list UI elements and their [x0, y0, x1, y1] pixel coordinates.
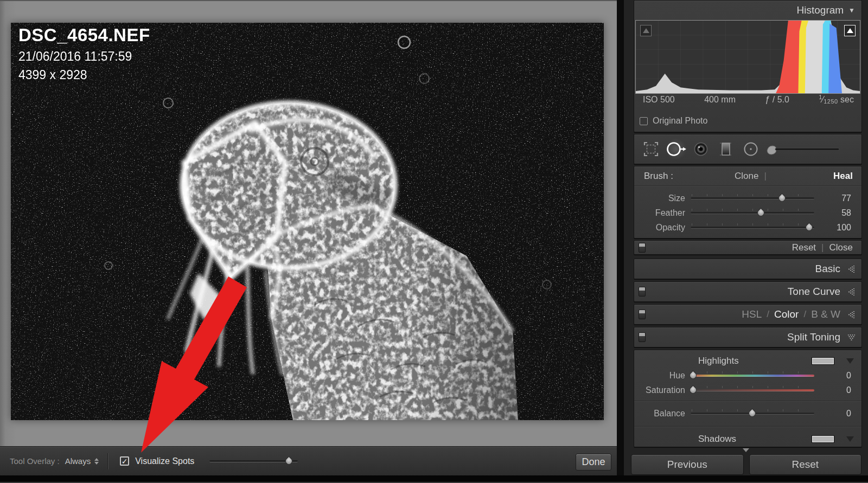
divider — [634, 401, 861, 401]
visualize-spots-label: Visualize Spots — [135, 456, 194, 466]
original-photo-row: Original Photo — [634, 112, 861, 130]
highlights-triangle-icon[interactable] — [846, 358, 854, 364]
feather-slider-row: Feather 58 — [634, 205, 861, 220]
hsl-panel-header[interactable]: HSL / Color / B & W — [634, 304, 862, 325]
balance-slider-thumb[interactable] — [747, 408, 757, 418]
feather-slider-thumb[interactable] — [756, 208, 765, 217]
shadows-color-swatch[interactable] — [812, 435, 834, 443]
reset-tool-button[interactable]: Reset — [792, 242, 816, 253]
opacity-slider[interactable] — [691, 227, 814, 229]
hue-label: Hue — [634, 371, 691, 381]
radial-filter-tool-icon[interactable] — [738, 137, 763, 161]
panel-divider[interactable] — [617, 0, 624, 483]
basic-panel-header[interactable]: Basic — [634, 259, 862, 279]
disclosure-down-icon[interactable] — [848, 334, 855, 341]
main-canvas-area: DSC_4654.NEF 21/06/2016 11:57:59 4399 x … — [0, 0, 617, 483]
color-tab[interactable]: Color — [774, 308, 799, 320]
tool-overlay-dropdown[interactable]: Always — [65, 456, 91, 466]
panel-collapse-handle[interactable] — [624, 448, 868, 452]
original-photo-checkbox[interactable] — [640, 117, 648, 125]
split-toning-enable-switch[interactable] — [639, 332, 646, 342]
split-toning-panel: Highlights Hue 0 Saturation 0 Balance 0 — [634, 350, 862, 447]
shadows-label: Shadows — [698, 434, 736, 445]
opacity-slider-thumb[interactable] — [804, 222, 814, 232]
feather-value: 58 — [814, 208, 861, 218]
size-label: Size — [634, 194, 691, 203]
highlights-color-swatch[interactable] — [812, 357, 834, 365]
hue-slider[interactable] — [691, 375, 814, 377]
photo-canvas[interactable]: DSC_4654.NEF 21/06/2016 11:57:59 4399 x … — [11, 23, 604, 420]
tool-footer: Reset | Close — [634, 240, 862, 255]
histogram-title: Histogram — [797, 4, 844, 16]
spot-tool-toolbar: Tool Overlay : Always ✓ Visualize Spots … — [0, 446, 617, 475]
disclosure-left-icon[interactable] — [848, 266, 855, 273]
hsl-enable-switch[interactable] — [639, 310, 646, 319]
disclosure-left-icon[interactable] — [848, 311, 855, 318]
divider — [634, 426, 861, 427]
hue-value: 0 — [814, 371, 861, 381]
crop-overlay-tool-icon[interactable] — [639, 137, 663, 161]
slider-thumb[interactable] — [284, 456, 293, 466]
done-button[interactable]: Done — [576, 454, 611, 471]
checkmark-icon: ✓ — [122, 458, 128, 465]
size-slider-row: Size 77 — [634, 191, 861, 205]
saturation-label: Saturation — [634, 385, 691, 395]
visualize-spots-threshold-slider[interactable] — [209, 460, 298, 462]
shutter-value: 1⁄1250 sec — [819, 94, 854, 105]
size-slider[interactable] — [691, 197, 814, 199]
size-value: 77 — [814, 194, 861, 203]
adjustment-brush-tool-icon[interactable] — [763, 137, 845, 161]
saturation-slider[interactable] — [691, 389, 814, 391]
opacity-label: Opacity — [634, 223, 691, 233]
tone-curve-enable-switch[interactable] — [639, 287, 646, 297]
visualize-spots-checkbox[interactable]: ✓ — [120, 456, 129, 466]
basic-title: Basic — [815, 263, 840, 275]
clone-mode-button[interactable]: Clone — [735, 171, 758, 182]
bw-tab[interactable]: B & W — [811, 308, 840, 320]
highlight-clip-triangle-icon — [847, 28, 853, 33]
tool-overlay-label: Tool Overlay : — [10, 456, 60, 466]
balance-slider[interactable] — [691, 413, 814, 415]
highlights-row: Highlights — [634, 354, 861, 368]
hue-slider-row: Hue 0 — [634, 368, 861, 383]
balance-slider-row: Balance 0 — [634, 404, 861, 423]
histogram-chart[interactable] — [635, 20, 860, 94]
photo-dimensions: 4399 x 2928 — [18, 68, 150, 82]
hsl-tab[interactable]: HSL — [742, 308, 762, 320]
histogram-section: Histogram ▼ ISO 500 400 mm ƒ / 5.0 1⁄125… — [634, 0, 862, 132]
shadows-row: Shadows — [634, 430, 861, 448]
tool-enable-switch[interactable] — [639, 243, 646, 253]
photo-filename: DSC_4654.NEF — [18, 25, 150, 46]
photo-info-overlay: DSC_4654.NEF 21/06/2016 11:57:59 4399 x … — [18, 25, 150, 82]
saturation-slider-row: Saturation 0 — [634, 383, 861, 397]
footer-separator: | — [821, 242, 824, 253]
balance-value: 0 — [814, 409, 861, 418]
iso-value: ISO 500 — [643, 95, 675, 105]
shadows-triangle-icon[interactable] — [846, 436, 854, 442]
previous-button[interactable]: Previous — [631, 454, 744, 475]
heal-mode-button[interactable]: Heal — [833, 171, 853, 182]
collapse-triangle-icon[interactable]: ▼ — [848, 7, 855, 14]
histogram-header[interactable]: Histogram ▼ — [634, 1, 861, 20]
highlight-clipping-indicator[interactable] — [844, 25, 856, 36]
feather-slider[interactable] — [691, 212, 814, 214]
disclosure-left-icon[interactable] — [848, 288, 855, 295]
photo-datetime: 21/06/2016 11:57:59 — [18, 49, 150, 64]
feather-label: Feather — [634, 208, 691, 218]
shadow-clipping-indicator[interactable] — [640, 25, 652, 36]
close-tool-button[interactable]: Close — [829, 242, 853, 253]
spot-removal-tool-icon[interactable] — [663, 137, 688, 161]
split-toning-panel-header[interactable]: Split Toning — [634, 327, 862, 347]
graduated-filter-tool-icon[interactable] — [713, 137, 738, 161]
tool-strip — [634, 134, 862, 164]
mode-separator: | — [764, 171, 766, 182]
balance-label: Balance — [634, 409, 691, 418]
brush-mode-row: Brush : Clone | Heal — [634, 166, 861, 186]
red-eye-tool-icon[interactable] — [688, 137, 713, 161]
reset-button[interactable]: Reset — [749, 454, 862, 475]
tone-curve-panel-header[interactable]: Tone Curve — [634, 281, 862, 302]
size-slider-thumb[interactable] — [777, 193, 787, 203]
original-photo-label: Original Photo — [653, 116, 707, 126]
highlights-label: Highlights — [698, 356, 739, 366]
dropdown-updown-icon[interactable] — [94, 458, 99, 465]
